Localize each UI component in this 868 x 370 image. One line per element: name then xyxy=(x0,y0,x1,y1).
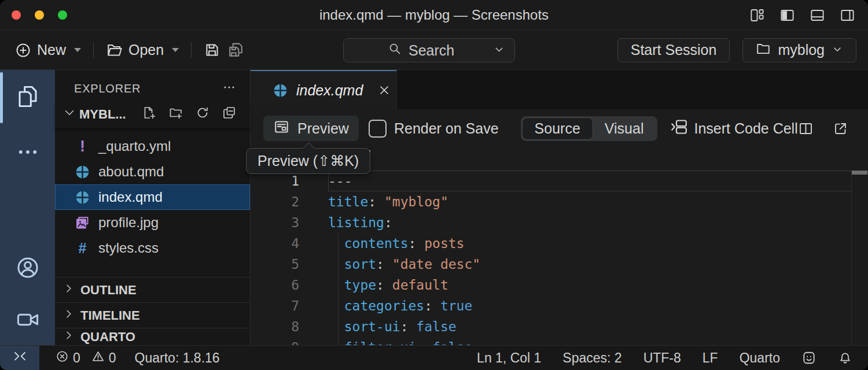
line-number: 6 xyxy=(251,275,299,295)
preview-button[interactable]: Preview xyxy=(263,116,359,141)
save-icon xyxy=(204,42,220,58)
refresh-icon[interactable] xyxy=(196,106,209,123)
remote-indicator[interactable] xyxy=(0,346,39,370)
line-number: 4 xyxy=(251,233,299,254)
new-file-icon[interactable] xyxy=(142,106,156,123)
file-name: styles.css xyxy=(98,240,159,256)
visual-mode-button[interactable]: Visual xyxy=(593,118,656,139)
line-content: type: default xyxy=(299,275,448,295)
toggle-bottom-panel-icon[interactable] xyxy=(810,8,825,23)
new-folder-icon[interactable] xyxy=(169,106,183,123)
activity-bar xyxy=(0,70,55,345)
save-all-button[interactable] xyxy=(224,38,248,62)
eol-setting[interactable]: LF xyxy=(703,350,718,366)
file-row[interactable]: about.qmd xyxy=(55,159,250,184)
workspace-switcher-button[interactable]: myblog xyxy=(742,38,856,62)
app-window: index.qmd — myblog — Screenshots New Ope… xyxy=(0,0,868,370)
explorer-files-icon xyxy=(16,84,40,111)
image-icon xyxy=(75,215,90,231)
indentation-setting[interactable]: Spaces: 2 xyxy=(562,350,621,366)
sidebar-panel-label: QUARTO xyxy=(80,330,135,345)
split-editor-icon[interactable] xyxy=(798,121,814,136)
sidebar-panel-label: TIMELINE xyxy=(80,308,140,323)
file-row[interactable]: # styles.css xyxy=(55,235,250,261)
sidebar-item-account[interactable] xyxy=(0,241,55,297)
warning-icon xyxy=(91,350,105,367)
file-name: about.qmd xyxy=(98,164,164,180)
remote-icon xyxy=(12,349,28,368)
preview-tooltip: Preview (⇧⌘K) xyxy=(246,148,370,174)
sidebar-item-explorer[interactable] xyxy=(0,70,55,125)
layout-controls xyxy=(749,8,855,23)
sidebar-panel-quarto[interactable]: QUARTO xyxy=(55,328,250,345)
sidebar-panel-label: OUTLINE xyxy=(80,283,137,298)
customize-layout-icon[interactable] xyxy=(749,8,765,23)
titlebar: index.qmd — myblog — Screenshots xyxy=(0,0,868,30)
open-button[interactable]: Open xyxy=(102,38,182,62)
minimize-window-button[interactable] xyxy=(35,10,44,20)
toolbar-divider xyxy=(191,42,192,58)
start-session-button[interactable]: Start Session xyxy=(617,38,730,62)
code-editor[interactable]: 1 --- 2 title: "myblog" 3 listing: 4 con… xyxy=(251,171,868,345)
zoom-window-button[interactable] xyxy=(58,10,67,20)
window-title: index.qmd — myblog — Screenshots xyxy=(0,7,868,23)
toggle-left-panel-icon[interactable] xyxy=(779,8,795,23)
tab-index-qmd[interactable]: index.qmd xyxy=(251,70,397,109)
close-tab-icon[interactable] xyxy=(378,84,391,97)
notifications-bell-icon[interactable] xyxy=(838,351,852,365)
yaml-exclamation-icon: ! xyxy=(75,139,90,154)
explorer-sidebar: EXPLORER MYBL... ! _quarto.yml xyxy=(55,70,251,345)
search-input[interactable]: Search xyxy=(343,38,515,62)
dropdown-caret-icon xyxy=(172,48,179,52)
file-name: profile.jpg xyxy=(98,214,159,231)
language-mode[interactable]: Quarto xyxy=(740,350,780,366)
code-line: 3 listing: xyxy=(251,212,868,233)
line-content: categories: true xyxy=(299,295,472,316)
tab-strip: index.qmd xyxy=(251,70,868,109)
error-icon xyxy=(56,350,69,367)
chevron-down-icon xyxy=(63,106,76,123)
chevron-down-icon xyxy=(832,42,843,58)
file-row[interactable]: ! _quarto.yml xyxy=(55,134,250,159)
feedback-smiley-icon[interactable] xyxy=(801,350,816,365)
chevron-down-icon xyxy=(493,42,505,59)
warning-count: 0 xyxy=(109,350,116,366)
insert-code-cell-label: Insert Code Cell xyxy=(694,120,797,137)
encoding-setting[interactable]: UTF-8 xyxy=(643,350,681,366)
line-number: 7 xyxy=(251,295,299,316)
explorer-title: EXPLORER xyxy=(74,82,141,95)
problems-errors[interactable]: 0 xyxy=(56,350,80,367)
code-line: 5 sort: "date desc" xyxy=(251,254,868,275)
render-on-save-checkbox[interactable] xyxy=(369,120,387,138)
save-button[interactable] xyxy=(200,38,224,62)
problems-warnings[interactable]: 0 xyxy=(91,350,116,367)
code-line: 9 filter-ui: false xyxy=(251,337,868,345)
chevron-right-icon xyxy=(63,330,75,345)
workspace-section-header[interactable]: MYBL... xyxy=(55,101,250,128)
sidebar-item-more[interactable] xyxy=(0,125,55,181)
quarto-version[interactable]: Quarto: 1.8.16 xyxy=(135,350,220,366)
insert-code-cell-button[interactable]: Insert Code Cell xyxy=(670,118,797,139)
plus-circle-icon xyxy=(15,42,31,58)
more-actions-icon[interactable] xyxy=(222,80,236,97)
chevron-right-icon xyxy=(63,283,75,298)
toggle-right-panel-icon[interactable] xyxy=(840,8,855,23)
sidebar-item-video[interactable] xyxy=(0,297,55,345)
file-row[interactable]: profile.jpg xyxy=(55,210,250,235)
indent-guide xyxy=(338,233,339,345)
sidebar-panel-timeline[interactable]: TIMELINE xyxy=(55,302,250,328)
file-list: ! _quarto.yml about.qmd index.qmd profil… xyxy=(55,134,250,261)
sidebar-panel-outline[interactable]: OUTLINE xyxy=(55,277,250,302)
source-mode-button[interactable]: Source xyxy=(523,118,593,139)
status-bar: 0 0 Quarto: 1.8.16 Ln 1, Col 1 Spaces: 2… xyxy=(0,345,868,370)
new-button[interactable]: New xyxy=(12,38,84,62)
line-content: title: "myblog" xyxy=(299,191,448,212)
scrollbar-thumb[interactable] xyxy=(852,171,867,175)
collapse-all-icon[interactable] xyxy=(222,106,236,123)
open-external-icon[interactable] xyxy=(833,121,848,136)
close-window-button[interactable] xyxy=(12,10,21,20)
save-all-icon xyxy=(227,42,244,58)
top-toolbar: New Open Search Start Session xyxy=(0,30,868,70)
file-row[interactable]: index.qmd xyxy=(55,184,250,210)
cursor-position[interactable]: Ln 1, Col 1 xyxy=(477,350,541,366)
